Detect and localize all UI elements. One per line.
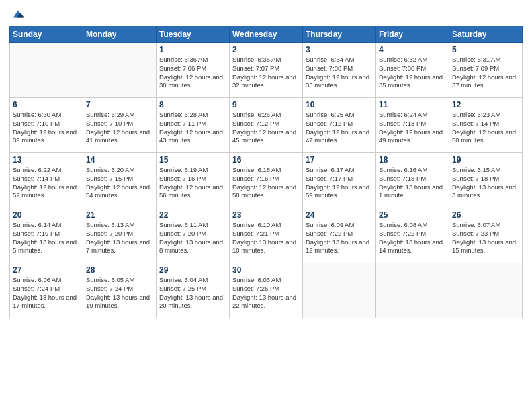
day-info: Sunrise: 6:20 AM Sunset: 7:15 PM Dayligh… <box>86 166 153 200</box>
day-number: 1 <box>159 45 226 54</box>
weekday-header-row: SundayMondayTuesdayWednesdayThursdayFrid… <box>10 26 523 43</box>
day-number: 2 <box>232 45 300 54</box>
day-info: Sunrise: 6:04 AM Sunset: 7:25 PM Dayligh… <box>159 276 226 310</box>
day-cell <box>83 43 157 98</box>
week-row-3: 13Sunrise: 6:22 AM Sunset: 7:14 PM Dayli… <box>10 153 523 208</box>
day-cell: 4Sunrise: 6:32 AM Sunset: 7:08 PM Daylig… <box>376 43 449 98</box>
day-cell: 28Sunrise: 6:05 AM Sunset: 7:24 PM Dayli… <box>83 263 157 318</box>
logo <box>9 7 26 21</box>
day-info: Sunrise: 6:26 AM Sunset: 7:12 PM Dayligh… <box>232 111 300 145</box>
day-cell: 14Sunrise: 6:20 AM Sunset: 7:15 PM Dayli… <box>83 153 157 208</box>
day-info: Sunrise: 6:17 AM Sunset: 7:17 PM Dayligh… <box>306 166 373 200</box>
day-cell: 7Sunrise: 6:29 AM Sunset: 7:10 PM Daylig… <box>83 98 157 153</box>
day-cell <box>10 43 83 98</box>
day-info: Sunrise: 6:23 AM Sunset: 7:14 PM Dayligh… <box>452 111 519 145</box>
week-row-4: 20Sunrise: 6:14 AM Sunset: 7:19 PM Dayli… <box>10 208 523 263</box>
day-cell: 20Sunrise: 6:14 AM Sunset: 7:19 PM Dayli… <box>10 208 83 263</box>
day-number: 4 <box>379 45 446 54</box>
day-cell: 21Sunrise: 6:13 AM Sunset: 7:20 PM Dayli… <box>83 208 157 263</box>
day-number: 12 <box>452 100 519 109</box>
day-info: Sunrise: 6:18 AM Sunset: 7:16 PM Dayligh… <box>232 166 300 200</box>
day-number: 3 <box>306 45 373 54</box>
weekday-friday: Friday <box>376 26 449 43</box>
day-info: Sunrise: 6:35 AM Sunset: 7:07 PM Dayligh… <box>232 56 300 90</box>
day-info: Sunrise: 6:08 AM Sunset: 7:22 PM Dayligh… <box>379 221 446 255</box>
day-cell: 3Sunrise: 6:34 AM Sunset: 7:08 PM Daylig… <box>303 43 376 98</box>
day-number: 26 <box>452 210 519 220</box>
day-info: Sunrise: 6:06 AM Sunset: 7:24 PM Dayligh… <box>13 276 80 310</box>
day-info: Sunrise: 6:32 AM Sunset: 7:08 PM Dayligh… <box>379 56 446 90</box>
day-info: Sunrise: 6:10 AM Sunset: 7:21 PM Dayligh… <box>232 221 300 255</box>
day-number: 27 <box>13 265 80 275</box>
weekday-monday: Monday <box>83 26 157 43</box>
week-row-5: 27Sunrise: 6:06 AM Sunset: 7:24 PM Dayli… <box>10 263 523 318</box>
day-cell <box>449 263 523 318</box>
day-number: 28 <box>86 265 153 275</box>
day-info: Sunrise: 6:09 AM Sunset: 7:22 PM Dayligh… <box>306 221 373 255</box>
week-row-1: 1Sunrise: 6:36 AM Sunset: 7:06 PM Daylig… <box>10 43 523 98</box>
calendar: SundayMondayTuesdayWednesdayThursdayFrid… <box>9 26 523 318</box>
day-cell: 22Sunrise: 6:11 AM Sunset: 7:20 PM Dayli… <box>157 208 230 263</box>
day-cell: 2Sunrise: 6:35 AM Sunset: 7:07 PM Daylig… <box>230 43 303 98</box>
day-cell: 13Sunrise: 6:22 AM Sunset: 7:14 PM Dayli… <box>10 153 83 208</box>
day-cell: 24Sunrise: 6:09 AM Sunset: 7:22 PM Dayli… <box>303 208 376 263</box>
day-info: Sunrise: 6:30 AM Sunset: 7:10 PM Dayligh… <box>13 111 80 145</box>
day-cell: 27Sunrise: 6:06 AM Sunset: 7:24 PM Dayli… <box>10 263 83 318</box>
day-number: 18 <box>379 155 446 165</box>
day-cell: 26Sunrise: 6:07 AM Sunset: 7:23 PM Dayli… <box>449 208 523 263</box>
day-cell: 19Sunrise: 6:15 AM Sunset: 7:18 PM Dayli… <box>449 153 523 208</box>
day-cell: 5Sunrise: 6:31 AM Sunset: 7:09 PM Daylig… <box>449 43 523 98</box>
day-info: Sunrise: 6:14 AM Sunset: 7:19 PM Dayligh… <box>13 221 80 255</box>
day-cell: 1Sunrise: 6:36 AM Sunset: 7:06 PM Daylig… <box>157 43 230 98</box>
day-info: Sunrise: 6:28 AM Sunset: 7:11 PM Dayligh… <box>159 111 226 145</box>
day-info: Sunrise: 6:34 AM Sunset: 7:08 PM Dayligh… <box>306 56 373 90</box>
day-number: 30 <box>232 265 300 275</box>
day-number: 21 <box>86 210 153 220</box>
header <box>9 7 523 21</box>
day-number: 24 <box>306 210 373 220</box>
weekday-saturday: Saturday <box>449 26 523 43</box>
day-info: Sunrise: 6:11 AM Sunset: 7:20 PM Dayligh… <box>159 221 226 255</box>
day-number: 6 <box>13 100 80 109</box>
day-number: 20 <box>13 210 80 220</box>
weekday-tuesday: Tuesday <box>157 26 230 43</box>
page: SundayMondayTuesdayWednesdayThursdayFrid… <box>0 0 532 411</box>
weekday-wednesday: Wednesday <box>230 26 303 43</box>
day-cell: 8Sunrise: 6:28 AM Sunset: 7:11 PM Daylig… <box>157 98 230 153</box>
day-cell: 10Sunrise: 6:25 AM Sunset: 7:12 PM Dayli… <box>303 98 376 153</box>
day-number: 19 <box>452 155 519 165</box>
day-cell: 16Sunrise: 6:18 AM Sunset: 7:16 PM Dayli… <box>230 153 303 208</box>
day-info: Sunrise: 6:15 AM Sunset: 7:18 PM Dayligh… <box>452 166 519 200</box>
weekday-sunday: Sunday <box>10 26 83 43</box>
day-info: Sunrise: 6:29 AM Sunset: 7:10 PM Dayligh… <box>86 111 153 145</box>
day-info: Sunrise: 6:24 AM Sunset: 7:13 PM Dayligh… <box>379 111 446 145</box>
day-cell: 9Sunrise: 6:26 AM Sunset: 7:12 PM Daylig… <box>230 98 303 153</box>
day-cell: 18Sunrise: 6:16 AM Sunset: 7:18 PM Dayli… <box>376 153 449 208</box>
day-number: 15 <box>159 155 226 165</box>
day-cell: 12Sunrise: 6:23 AM Sunset: 7:14 PM Dayli… <box>449 98 523 153</box>
day-info: Sunrise: 6:22 AM Sunset: 7:14 PM Dayligh… <box>13 166 80 200</box>
day-number: 14 <box>86 155 153 165</box>
day-info: Sunrise: 6:31 AM Sunset: 7:09 PM Dayligh… <box>452 56 519 90</box>
day-cell: 11Sunrise: 6:24 AM Sunset: 7:13 PM Dayli… <box>376 98 449 153</box>
day-info: Sunrise: 6:03 AM Sunset: 7:26 PM Dayligh… <box>232 276 300 310</box>
day-number: 25 <box>379 210 446 220</box>
day-number: 5 <box>452 45 519 54</box>
day-number: 7 <box>86 100 153 109</box>
day-number: 10 <box>306 100 373 109</box>
day-number: 11 <box>379 100 446 109</box>
day-cell: 30Sunrise: 6:03 AM Sunset: 7:26 PM Dayli… <box>230 263 303 318</box>
day-number: 9 <box>232 100 300 109</box>
day-info: Sunrise: 6:13 AM Sunset: 7:20 PM Dayligh… <box>86 221 153 255</box>
weekday-thursday: Thursday <box>303 26 376 43</box>
day-info: Sunrise: 6:07 AM Sunset: 7:23 PM Dayligh… <box>452 221 519 255</box>
day-number: 22 <box>159 210 226 220</box>
day-cell: 17Sunrise: 6:17 AM Sunset: 7:17 PM Dayli… <box>303 153 376 208</box>
day-cell: 15Sunrise: 6:19 AM Sunset: 7:16 PM Dayli… <box>157 153 230 208</box>
day-number: 8 <box>159 100 226 109</box>
day-cell: 23Sunrise: 6:10 AM Sunset: 7:21 PM Dayli… <box>230 208 303 263</box>
day-cell: 25Sunrise: 6:08 AM Sunset: 7:22 PM Dayli… <box>376 208 449 263</box>
day-number: 29 <box>159 265 226 275</box>
day-number: 17 <box>306 155 373 165</box>
day-number: 23 <box>232 210 300 220</box>
